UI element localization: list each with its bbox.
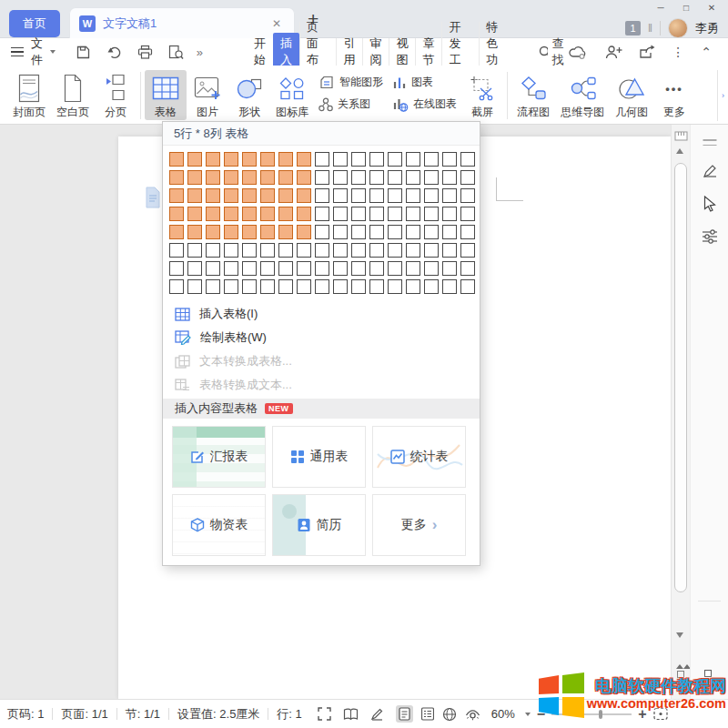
line-status[interactable]: 行: 1 (277, 706, 301, 723)
grid-cell-6x8[interactable] (297, 243, 311, 258)
grid-cell-1x7[interactable] (278, 152, 293, 167)
grid-cell-4x5[interactable] (242, 207, 257, 221)
grid-cell-6x6[interactable] (260, 243, 275, 258)
cursor-select-icon[interactable] (702, 196, 717, 212)
grid-cell-4x3[interactable] (206, 207, 220, 221)
grid-cell-2x3[interactable] (206, 170, 220, 185)
eye-protect-icon[interactable] (465, 708, 480, 721)
grid-cell-2x1[interactable] (169, 170, 184, 185)
edit-pen-icon[interactable] (702, 163, 718, 179)
chart-button[interactable]: 图表 (392, 75, 457, 90)
grid-cell-2x12[interactable] (369, 170, 384, 185)
blank-page-button[interactable]: 空白页 (51, 70, 95, 120)
grid-cell-5x4[interactable] (224, 225, 238, 239)
grid-cell-3x6[interactable] (260, 188, 275, 203)
page-thumbnails-icon[interactable] (704, 670, 715, 686)
invite-user-icon[interactable] (604, 45, 622, 59)
pages-status[interactable]: 页面: 1/1 (61, 706, 107, 723)
grid-cell-2x2[interactable] (187, 170, 202, 185)
vertical-scrollbar[interactable] (671, 125, 690, 699)
share-icon[interactable] (639, 45, 655, 59)
avatar[interactable] (668, 18, 688, 38)
grid-cell-1x5[interactable] (242, 152, 257, 167)
picture-button[interactable]: 图片 (187, 70, 228, 120)
grid-cell-4x15[interactable] (424, 207, 439, 221)
outline-view-icon[interactable] (421, 707, 434, 721)
grid-cell-2x10[interactable] (333, 170, 348, 185)
grid-cell-8x2[interactable] (187, 279, 202, 294)
adjust-lines-icon[interactable] (703, 139, 716, 146)
read-mode-icon[interactable] (343, 708, 359, 721)
grid-cell-6x17[interactable] (460, 243, 475, 258)
grid-cell-7x12[interactable] (369, 261, 384, 276)
task-count-badge[interactable]: 1 (625, 21, 641, 35)
grid-cell-7x15[interactable] (424, 261, 439, 276)
grid-cell-3x4[interactable] (224, 188, 238, 203)
grid-cell-7x6[interactable] (260, 261, 275, 276)
zoom-in-button[interactable]: + (638, 706, 646, 723)
section-status[interactable]: 节: 1/1 (126, 706, 160, 723)
grid-cell-6x9[interactable] (315, 243, 329, 258)
report-table-card[interactable]: 汇报表 (172, 426, 266, 488)
undo-icon[interactable] (106, 45, 122, 60)
minimize-button[interactable]: ─ (648, 0, 673, 15)
relation-chart-button[interactable]: 关系图 (318, 96, 383, 112)
shapes-button[interactable]: 形状 (228, 70, 270, 120)
grid-cell-1x8[interactable] (297, 152, 311, 167)
grid-cell-2x15[interactable] (424, 170, 439, 185)
grid-cell-5x16[interactable] (442, 225, 457, 239)
more-templates-card[interactable]: 更多 › (372, 494, 466, 556)
grid-cell-1x15[interactable] (424, 152, 439, 167)
grid-cell-8x15[interactable] (424, 279, 439, 294)
grid-cell-8x7[interactable] (278, 279, 293, 294)
grid-cell-5x14[interactable] (406, 225, 420, 239)
margin-setting-status[interactable]: 设置值: 2.5厘米 (177, 706, 259, 723)
scroll-up-icon[interactable] (676, 148, 683, 154)
grid-cell-6x3[interactable] (206, 243, 220, 258)
grid-cell-3x16[interactable] (442, 188, 457, 203)
collapse-ribbon-icon[interactable]: ⌃ (701, 45, 712, 59)
grid-cell-1x16[interactable] (442, 152, 457, 167)
grid-cell-5x1[interactable] (169, 225, 184, 239)
table-button[interactable]: 表格 (145, 70, 187, 120)
grid-cell-8x9[interactable] (315, 279, 329, 294)
insert-table-item[interactable]: 插入表格(I) (163, 302, 480, 326)
grid-cell-8x16[interactable] (442, 279, 457, 294)
print-preview-icon[interactable] (168, 45, 184, 60)
grid-cell-7x1[interactable] (169, 261, 184, 276)
grid-cell-2x4[interactable] (224, 170, 238, 185)
grid-cell-5x6[interactable] (260, 225, 275, 239)
grid-cell-4x14[interactable] (406, 207, 420, 221)
grid-cell-6x2[interactable] (187, 243, 202, 258)
grid-cell-4x6[interactable] (260, 207, 275, 221)
online-chart-button[interactable]: 在线图表 (392, 96, 457, 112)
grid-cell-8x17[interactable] (460, 279, 475, 294)
grid-cell-3x13[interactable] (388, 188, 402, 203)
grid-cell-3x15[interactable] (424, 188, 439, 203)
grid-cell-4x17[interactable] (460, 207, 475, 221)
close-button[interactable]: ✕ (699, 0, 724, 15)
more-tools-button[interactable]: ••• 更多 (653, 70, 695, 120)
grid-cell-1x9[interactable] (315, 152, 329, 167)
grid-cell-2x8[interactable] (297, 170, 311, 185)
smart-graphics-button[interactable]: 智能图形 (318, 75, 383, 90)
zoom-level[interactable]: 60% (491, 707, 515, 721)
grid-cell-4x13[interactable] (388, 207, 402, 221)
grid-cell-7x8[interactable] (297, 261, 311, 276)
grid-cell-3x14[interactable] (406, 188, 420, 203)
grid-cell-3x10[interactable] (333, 188, 348, 203)
properties-sliders-icon[interactable] (702, 228, 718, 244)
cover-page-button[interactable]: 封面页 (7, 70, 51, 120)
grid-cell-4x10[interactable] (333, 207, 348, 221)
print-icon[interactable] (137, 45, 153, 60)
grid-cell-6x4[interactable] (224, 243, 238, 258)
grid-cell-6x15[interactable] (424, 243, 439, 258)
grid-cell-6x5[interactable] (242, 243, 257, 258)
grid-cell-8x13[interactable] (388, 279, 402, 294)
grid-cell-4x7[interactable] (278, 207, 293, 221)
grid-cell-8x10[interactable] (333, 279, 348, 294)
grid-cell-8x3[interactable] (206, 279, 220, 294)
grid-cell-8x4[interactable] (224, 279, 238, 294)
user-name[interactable]: 李勇 (695, 20, 719, 36)
zoom-caret-icon[interactable] (525, 713, 531, 716)
